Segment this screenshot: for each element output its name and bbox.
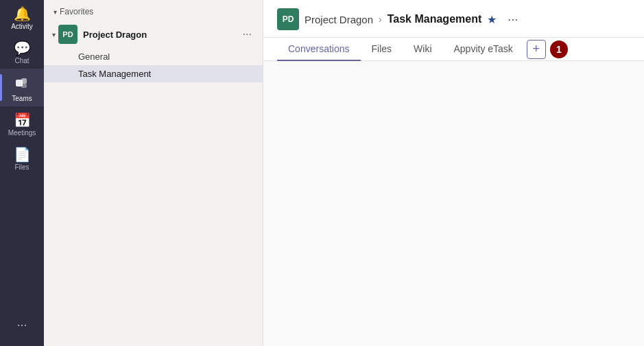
team-name: Project Dragon <box>83 30 240 40</box>
add-tab-button[interactable]: + <box>527 40 546 59</box>
tab-appvity-etask[interactable]: Appvity eTask <box>443 38 524 61</box>
tab-conversations[interactable]: Conversations <box>277 38 361 61</box>
channel-item-task-management[interactable]: Task Management <box>44 65 263 82</box>
breadcrumb-chevron-icon: › <box>379 14 382 25</box>
tab-wiki-label: Wiki <box>414 43 431 54</box>
breadcrumb-channel-name: Task Management <box>387 13 482 25</box>
meetings-icon: 📅 <box>14 113 31 127</box>
sidebar: ▾ Favorites ▾ PD Project Dragon ··· Gene… <box>44 0 263 346</box>
tab-appvity-label: Appvity eTask <box>454 43 513 54</box>
team-item-project-dragon[interactable]: ▾ PD Project Dragon ··· <box>44 21 263 48</box>
channel-name-general: General <box>78 51 110 62</box>
files-icon: 📄 <box>14 148 31 161</box>
tab-files-label: Files <box>372 43 392 54</box>
main-header: PD Project Dragon › Task Management ★ ··… <box>263 0 644 38</box>
nav-label-activity: Activity <box>11 23 33 30</box>
nav-label-meetings: Meetings <box>8 129 36 137</box>
nav-label-files: Files <box>14 163 29 171</box>
channel-name-task-management: Task Management <box>78 69 151 79</box>
team-avatar: PD <box>58 25 77 44</box>
svg-rect-2 <box>21 84 27 88</box>
nav-item-teams[interactable]: Teams <box>0 69 44 106</box>
svg-rect-1 <box>21 78 27 84</box>
tab-files[interactable]: Files <box>361 38 403 61</box>
favorites-chevron-icon: ▾ <box>53 8 57 16</box>
nav-item-files[interactable]: 📄 Files <box>0 141 44 175</box>
nav-item-chat[interactable]: 💬 Chat <box>0 34 44 69</box>
favorites-label: Favorites <box>60 7 93 16</box>
breadcrumb-team-name: Project Dragon <box>305 14 373 25</box>
chat-icon: 💬 <box>14 41 31 55</box>
tab-wiki[interactable]: Wiki <box>403 38 442 61</box>
breadcrumb-avatar: PD <box>277 8 299 30</box>
breadcrumb: PD Project Dragon › Task Management ★ ··… <box>277 8 630 37</box>
notification-badge: 1 <box>550 41 568 58</box>
favorites-section: ▾ Favorites <box>44 0 263 21</box>
nav-label-teams: Teams <box>12 95 32 102</box>
team-more-button[interactable]: ··· <box>240 27 254 42</box>
header-more-button[interactable]: ··· <box>508 12 518 27</box>
activity-icon: 🔔 <box>14 7 31 21</box>
nav-item-activity[interactable]: 🔔 Activity <box>0 0 44 34</box>
main-body <box>263 61 644 346</box>
channel-item-general[interactable]: General <box>44 48 263 65</box>
teams-icon <box>14 76 29 93</box>
nav-more-button[interactable]: ... <box>11 310 32 335</box>
channel-list: General Task Management <box>44 48 263 82</box>
tab-conversations-label: Conversations <box>288 43 350 54</box>
nav-bar: 🔔 Activity 💬 Chat Teams 📅 Meetings 📄 Fil… <box>0 0 44 346</box>
tabs-row: Conversations Files Wiki Appvity eTask +… <box>263 38 644 61</box>
team-chevron-icon: ▾ <box>52 31 56 38</box>
favorite-star-icon[interactable]: ★ <box>487 13 497 26</box>
main-content: PD Project Dragon › Task Management ★ ··… <box>263 0 644 346</box>
nav-item-meetings[interactable]: 📅 Meetings <box>0 106 44 141</box>
nav-label-chat: Chat <box>14 57 29 65</box>
